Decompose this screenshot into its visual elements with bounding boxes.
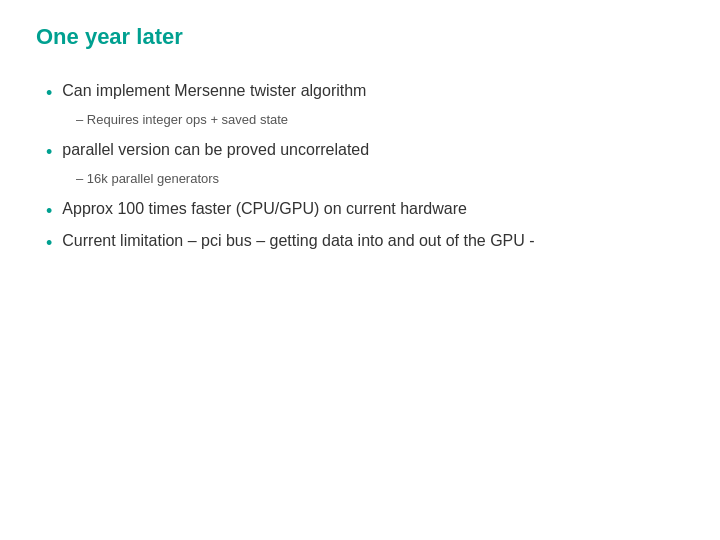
bullet-icon-1: •: [46, 83, 52, 104]
bullet-text-2: parallel version can be proved uncorrela…: [62, 141, 369, 159]
bullet-text-1: Can implement Mersenne twister algorithm: [62, 82, 366, 100]
bullet-icon-4: •: [46, 233, 52, 254]
bullet-item-3: • Approx 100 times faster (CPU/GPU) on c…: [46, 200, 684, 222]
bullet-item-1: • Can implement Mersenne twister algorit…: [46, 82, 684, 104]
bullet-icon-2: •: [46, 142, 52, 163]
bullet-group-1: • Can implement Mersenne twister algorit…: [46, 82, 684, 127]
sub-bullet-2: – 16k parallel generators: [76, 171, 684, 186]
bullet-group-4: • Current limitation – pci bus – getting…: [46, 232, 684, 254]
sub-bullet-1: – Requires integer ops + saved state: [76, 112, 684, 127]
slide-title: One year later: [36, 24, 684, 50]
bullet-group-2: • parallel version can be proved uncorre…: [46, 141, 684, 186]
bullet-item-2: • parallel version can be proved uncorre…: [46, 141, 684, 163]
bullet-text-4: Current limitation – pci bus – getting d…: [62, 232, 534, 250]
slide: One year later • Can implement Mersenne …: [0, 0, 720, 540]
bullet-text-3: Approx 100 times faster (CPU/GPU) on cur…: [62, 200, 467, 218]
bullet-icon-3: •: [46, 201, 52, 222]
content-area: • Can implement Mersenne twister algorit…: [36, 82, 684, 254]
bullet-item-4: • Current limitation – pci bus – getting…: [46, 232, 684, 254]
bullet-group-3: • Approx 100 times faster (CPU/GPU) on c…: [46, 200, 684, 222]
